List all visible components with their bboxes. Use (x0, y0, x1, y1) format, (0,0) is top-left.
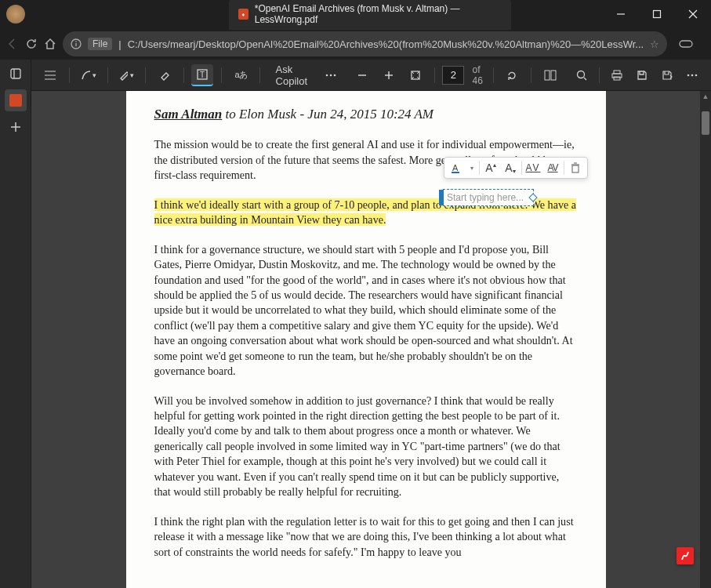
url-bar: File | C:/Users/mearj/Desktop/OpenAI%20E… (0, 28, 711, 60)
text-format-toolbar: A ▾ A▴ A▾ AV AV (444, 157, 588, 179)
save-as-icon[interactable] (656, 64, 678, 86)
svg-point-6 (75, 41, 77, 42)
url-separator: | (118, 38, 121, 50)
search-icon[interactable] (571, 64, 593, 86)
svg-rect-31 (614, 71, 620, 74)
svg-point-29 (577, 71, 584, 78)
title-bar: ♦ *OpenAI Email Archives (from Musk v. A… (0, 0, 711, 28)
svg-point-20 (326, 74, 328, 76)
paragraph-5: I think the right plan with the regulati… (154, 514, 578, 560)
save-icon[interactable] (631, 64, 653, 86)
scroll-up-arrow[interactable]: ▲ (700, 91, 711, 102)
fit-page-icon[interactable] (404, 64, 426, 86)
email-from: Sam Altman (154, 107, 223, 122)
svg-rect-38 (452, 172, 459, 173)
decrease-spacing-button[interactable]: AV (544, 159, 561, 176)
svg-point-34 (687, 74, 690, 76)
svg-point-22 (334, 74, 336, 76)
svg-rect-28 (551, 71, 556, 80)
add-text-tool[interactable]: T (191, 64, 213, 86)
page-number-input[interactable] (442, 66, 464, 85)
favorite-icon[interactable]: ☆ (650, 38, 659, 50)
refresh-button[interactable] (25, 31, 38, 56)
home-button[interactable] (44, 31, 56, 56)
back-button[interactable] (6, 31, 19, 56)
print-icon[interactable] (606, 64, 628, 86)
vertical-scrollbar[interactable]: ▲ (700, 91, 711, 588)
paragraph-4: Will you be involved somehow in addition… (154, 394, 578, 500)
toolbar-more-icon[interactable] (320, 64, 342, 86)
color-dropdown-icon[interactable]: ▾ (467, 159, 477, 176)
highlight-tool[interactable]: ▾ (115, 64, 137, 86)
scrollbar-thumb[interactable] (702, 111, 709, 135)
close-button[interactable] (675, 0, 711, 28)
minimize-button[interactable] (603, 0, 639, 28)
paragraph-3: I think for a governance structure, we s… (154, 242, 578, 379)
protocol-label: File (88, 38, 112, 50)
tab-title: *OpenAI Email Archives (from Musk v. Alt… (255, 3, 502, 25)
zoom-out-button[interactable] (351, 64, 373, 86)
increase-font-button[interactable]: A▴ (482, 159, 499, 176)
svg-rect-7 (680, 41, 692, 47)
tab-actions-icon[interactable] (5, 63, 27, 85)
svg-text:T: T (200, 71, 205, 79)
address-bar[interactable]: File | C:/Users/mearj/Desktop/OpenAI%20E… (63, 31, 667, 56)
ask-copilot-button[interactable]: Ask Copilot (268, 64, 315, 86)
extensions-icon[interactable] (703, 31, 711, 56)
annotation-move-handle[interactable] (439, 190, 444, 205)
url-path: C:/Users/mearj/Desktop/OpenAI%20Email%20… (128, 38, 644, 50)
contents-icon[interactable] (39, 64, 61, 86)
toolbar-settings-icon[interactable] (681, 64, 703, 86)
info-icon (71, 38, 82, 49)
svg-rect-1 (654, 11, 661, 18)
svg-text:A: A (452, 163, 459, 172)
rotate-icon[interactable] (501, 64, 523, 86)
current-tab-thumb[interactable] (5, 89, 27, 111)
svg-point-35 (691, 74, 694, 76)
svg-rect-39 (572, 165, 579, 172)
text-annotation-box[interactable] (443, 189, 534, 206)
email-to-date: to Elon Musk - Jun 24, 2015 10:24 AM (222, 107, 433, 122)
svg-rect-11 (11, 69, 20, 78)
zoom-in-button[interactable] (378, 64, 400, 86)
draw-tool[interactable]: ▾ (78, 64, 100, 86)
annotation-text-input[interactable] (444, 192, 533, 203)
decrease-font-button[interactable]: A▾ (502, 159, 519, 176)
email-heading: Sam Altman to Elon Musk - Jun 24, 2015 1… (154, 105, 578, 123)
erase-tool[interactable] (154, 64, 176, 86)
new-tab-button[interactable] (5, 116, 27, 138)
page-total-label: of 46 (472, 64, 484, 86)
pdf-viewport[interactable]: Sam Altman to Elon Musk - Jun 24, 2015 1… (31, 91, 700, 588)
window-controls (603, 0, 711, 28)
svg-point-36 (695, 74, 698, 76)
maximize-button[interactable] (639, 0, 675, 28)
svg-line-30 (584, 78, 586, 80)
browser-tab[interactable]: ♦ *OpenAI Email Archives (from Musk v. A… (229, 0, 511, 30)
delete-text-button[interactable] (567, 159, 584, 176)
page-view-icon[interactable] (539, 64, 561, 86)
increase-spacing-button[interactable]: AV (524, 159, 542, 176)
vertical-tab-rail (0, 60, 31, 588)
text-color-button[interactable]: A (448, 159, 465, 176)
adobe-pdf-icon[interactable] (677, 547, 694, 564)
profile-avatar[interactable] (6, 5, 25, 24)
game-controller-icon[interactable] (673, 31, 698, 56)
pdf-icon: ♦ (238, 9, 248, 20)
pdf-toolbar: ▾ ▾ T aあ Ask Copilot of 46 (31, 60, 711, 91)
svg-rect-27 (545, 71, 550, 80)
svg-point-21 (330, 74, 332, 76)
read-aloud-icon[interactable]: aあ (230, 64, 252, 86)
